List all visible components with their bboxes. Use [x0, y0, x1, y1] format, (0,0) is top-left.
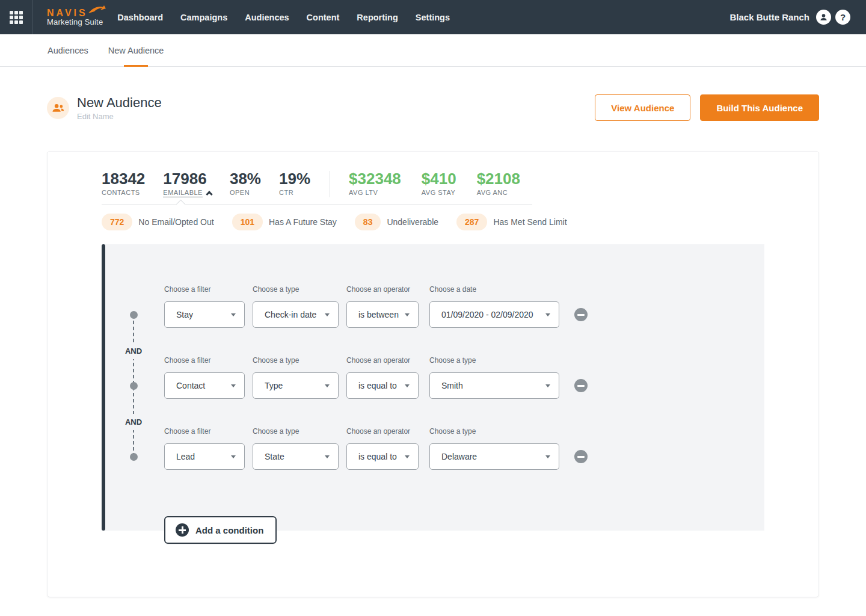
remove-condition-button[interactable]	[574, 379, 588, 392]
field-value: Choose a type Delaware	[429, 427, 559, 470]
stat-label: AVG ANC	[477, 189, 520, 196]
stat-value: $32348	[349, 171, 401, 187]
view-audience-button[interactable]: View Audience	[595, 94, 690, 121]
field-label: Choose a type	[253, 356, 339, 365]
field-operator: Choose an operator is between	[346, 285, 419, 328]
page-title: New Audience	[77, 95, 162, 111]
plus-icon	[176, 523, 189, 537]
swoosh-icon	[87, 4, 108, 16]
nav-item-audiences[interactable]: Audiences	[245, 8, 289, 27]
nav-item-reporting[interactable]: Reporting	[357, 8, 398, 27]
condition-row-3: Choose a filter Lead Choose a type State…	[164, 427, 764, 470]
grid-icon	[10, 11, 23, 24]
condition-row-2: Choose a filter Contact Choose a type Ty…	[164, 356, 764, 399]
top-navbar: NAVIS Marketing Suite Dashboard Campaign…	[0, 0, 866, 34]
type-select[interactable]: State	[253, 443, 339, 470]
date-select[interactable]: 01/09/2020 - 02/09/2020	[429, 301, 559, 328]
condition-dot	[130, 453, 138, 461]
badge-label: Undeliverable	[387, 217, 438, 227]
header-actions: View Audience Build This Audience	[595, 94, 819, 121]
field-operator: Choose an operator is equal to	[346, 427, 419, 470]
stat-value: 17986	[163, 171, 212, 187]
stat-avg-stay: $410 AVG STAY	[422, 171, 456, 196]
page-header: New Audience Edit Name View Audience Bui…	[0, 67, 866, 121]
navis-logo[interactable]: NAVIS Marketing Suite	[47, 8, 103, 27]
value-select[interactable]: Delaware	[429, 443, 559, 470]
popover-notch	[176, 200, 186, 209]
remove-condition-button[interactable]	[574, 450, 588, 463]
stat-value: $2108	[477, 171, 520, 187]
caret-down-icon	[405, 313, 410, 316]
stat-value: $410	[422, 171, 456, 187]
breakdown-undeliverable: 83 Undeliverable	[355, 214, 438, 230]
operator-select[interactable]: is between	[346, 301, 419, 328]
type-select[interactable]: Check-in date	[253, 301, 339, 328]
caret-down-icon	[231, 455, 236, 458]
person-icon	[819, 13, 828, 22]
field-type: Choose a type Type	[253, 356, 339, 399]
badge-count: 772	[102, 214, 132, 230]
field-label: Choose a type	[429, 427, 559, 436]
operator-select[interactable]: is equal to	[346, 372, 419, 399]
audience-avatar	[47, 97, 69, 119]
field-label: Choose a type	[253, 285, 339, 294]
filter-select[interactable]: Stay	[164, 301, 245, 328]
nav-item-campaigns[interactable]: Campaigns	[180, 8, 227, 27]
caret-down-icon	[231, 313, 236, 316]
stat-ctr: 19% CTR	[279, 171, 310, 196]
and-connector-label: AND	[124, 414, 143, 430]
stat-value: 18342	[102, 171, 145, 187]
stats-divider-vertical	[330, 171, 330, 197]
tab-audiences[interactable]: Audiences	[48, 34, 88, 66]
caret-down-icon	[545, 455, 550, 458]
field-label: Choose a type	[429, 356, 559, 365]
nav-item-content[interactable]: Content	[307, 8, 340, 27]
breakdown-no-email: 772 No Email/Opted Out	[102, 214, 214, 230]
breakdown-future-stay: 101 Has A Future Stay	[232, 214, 337, 230]
edit-name-link[interactable]: Edit Name	[77, 112, 162, 121]
chevron-up-icon	[206, 191, 212, 197]
field-type: Choose a type State	[253, 427, 339, 470]
condition-row-1: Choose a filter Stay Choose a type Check…	[164, 285, 764, 328]
field-label: Choose a date	[429, 285, 559, 294]
people-icon	[52, 103, 64, 112]
field-label: Choose a filter	[164, 427, 245, 436]
filter-select[interactable]: Lead	[164, 443, 245, 470]
and-connector-label: AND	[124, 343, 143, 359]
build-audience-button[interactable]: Build This Audience	[700, 94, 819, 121]
field-value: Choose a type Smith	[429, 356, 559, 399]
add-condition-button[interactable]: Add a condition	[164, 516, 277, 544]
caret-down-icon	[325, 455, 330, 458]
remove-condition-button[interactable]	[574, 308, 588, 321]
badge-count: 287	[456, 214, 487, 230]
condition-dot	[130, 311, 138, 319]
nav-item-settings[interactable]: Settings	[416, 8, 450, 27]
stat-value: 19%	[279, 171, 310, 187]
field-label: Choose an operator	[346, 427, 419, 436]
stat-label: CTR	[279, 189, 310, 196]
stat-emailable[interactable]: 17986 EMAILABLE	[163, 171, 212, 197]
tab-new-audience[interactable]: New Audience	[108, 34, 164, 66]
caret-down-icon	[325, 384, 330, 387]
stat-label: CONTACTS	[102, 189, 145, 196]
field-filter: Choose a filter Lead	[164, 427, 245, 470]
primary-nav: Dashboard Campaigns Audiences Content Re…	[117, 8, 450, 27]
account-name[interactable]: Black Butte Ranch	[729, 12, 809, 22]
value-select[interactable]: Smith	[429, 372, 559, 399]
stat-label: EMAILABLE	[163, 189, 212, 197]
caret-down-icon	[325, 313, 330, 316]
type-select[interactable]: Type	[253, 372, 339, 399]
app-grid-button[interactable]	[0, 0, 33, 34]
field-operator: Choose an operator is equal to	[346, 356, 419, 399]
help-icon[interactable]: ?	[835, 10, 850, 25]
nav-item-dashboard[interactable]: Dashboard	[117, 8, 163, 27]
tab-bar: Audiences New Audience	[0, 34, 866, 67]
filter-select[interactable]: Contact	[164, 372, 245, 399]
user-account-icon[interactable]	[816, 10, 831, 25]
breakdown-send-limit: 287 Has Met Send Limit	[456, 214, 567, 230]
badge-label: Has A Future Stay	[269, 217, 337, 227]
field-type: Choose a type Check-in date	[253, 285, 339, 328]
operator-select[interactable]: is equal to	[346, 443, 419, 470]
caret-down-icon	[405, 455, 410, 458]
stat-label: AVG STAY	[422, 189, 456, 196]
